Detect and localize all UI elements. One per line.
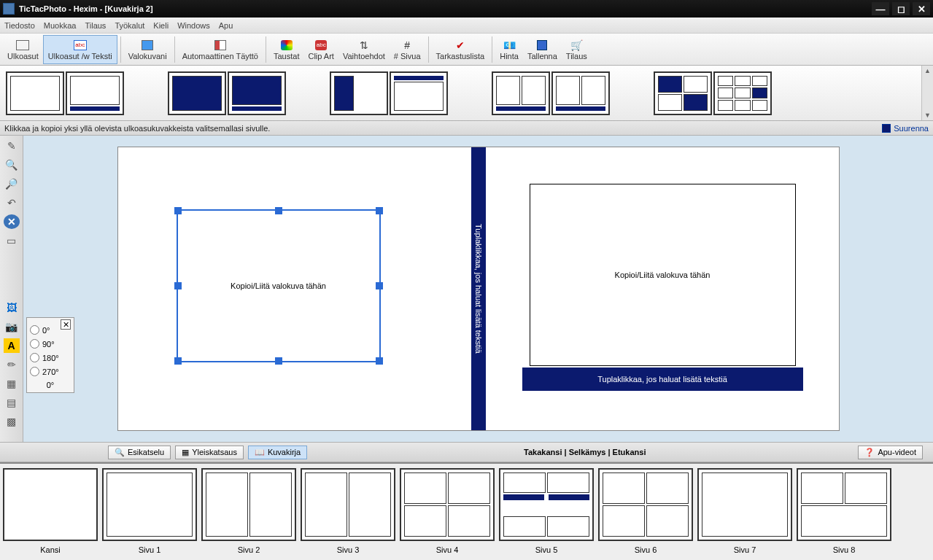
help-icon: ❓ [864,448,875,457]
photobook-button[interactable]: 📖Kuvakirja [248,446,307,459]
image-tool[interactable]: 🖼 [4,300,20,315]
tb-clipart[interactable]: abcClip Art [303,35,338,64]
photos-icon [142,40,153,50]
menubar: Tiedosto Muokkaa Tilaus Työkalut Kieli W… [0,18,933,34]
tb-save[interactable]: Tallenna [523,35,562,64]
menu-tools[interactable]: Työkalut [115,21,144,30]
layout-option-3[interactable] [330,71,448,115]
text-tool[interactable]: A [4,338,20,353]
minimize-button[interactable]: — [872,2,889,15]
pages-row: Kansi Sivu 1 Sivu 2 Sivu 3 Sivu 4 Sivu 5… [0,462,933,560]
clipart-icon: abc [315,40,327,50]
hint-text: Klikkaa ja kopioi yksi yllä olevista ulk… [4,124,270,133]
page-thumb-1[interactable] [102,468,197,541]
titlebar: TicTacPhoto - Hexim - [Kuvakirja 2] — ◻ … [0,0,933,18]
layout-scrollbar[interactable] [921,66,933,120]
menu-language[interactable]: Kieli [153,21,169,30]
layout-option-2[interactable] [168,71,286,115]
select-tool[interactable]: ▭ [4,233,20,248]
tb-autofill[interactable]: Automaattinen Täyttö [178,35,263,64]
book-icon: 📖 [255,448,265,457]
layout-icon [16,40,29,50]
tb-layouts[interactable]: Ulkoasut [3,35,43,64]
tb-layouts-text[interactable]: abcUlkoasut /w Teksti [43,35,117,64]
layout-strip [0,66,933,121]
menu-file[interactable]: Tiedosto [4,21,35,30]
rotation-180[interactable] [30,353,39,362]
pattern-tool[interactable]: ▩ [4,414,20,429]
rotation-close[interactable]: ✕ [61,319,71,330]
page-thumb-5[interactable] [499,468,594,541]
expand-icon [882,124,891,133]
left-toolbar: ✎ 🔍 🔎 ↶ ✕ ▭ 🖼 📷 A ✏ ▦ ▤ ▩ [0,136,23,442]
magnifier-icon: 🔍 [115,448,125,457]
grid-tool[interactable]: ▦ [4,376,20,391]
photo-tool[interactable]: 📷 [4,319,20,334]
price-icon: 💶 [502,39,516,52]
tb-checklist[interactable]: ✔Tarkastuslista [432,35,489,64]
grid-icon: ▦ [182,448,189,457]
spine[interactable]: Tuplaklikkaa, jos haluat lisätä tekstiä [471,147,486,430]
back-cover-page[interactable]: Kopioi/Liitä valokuva tähän [118,147,471,430]
layout-option-5[interactable] [654,71,772,115]
expand-button[interactable]: Suurenna [882,124,929,133]
delete-tool[interactable]: ✕ [4,214,20,229]
zoom-in-tool[interactable]: 🔍 [4,158,20,172]
preview-button[interactable]: 🔍Esikatselu [108,446,171,459]
rotation-90[interactable] [30,339,39,349]
page-thumb-7[interactable] [697,468,792,541]
rotation-panel: ✕ 0° 90° 180° 270° 0° [26,317,74,393]
photo-placeholder-text: Kopioi/Liitä valokuva tähän [231,281,326,290]
bottom-bar: 🔍Esikatselu ▦Yleiskatsaus 📖Kuvakirja Tak… [0,442,933,462]
tb-order[interactable]: 🛒Tilaus [562,35,592,64]
tb-price[interactable]: 💶Hinta [495,35,523,64]
canvas[interactable]: Kopioi/Liitä valokuva tähän Tuplaklikkaa… [23,136,933,442]
page-thumb-6[interactable] [598,468,693,541]
pencil-tool[interactable]: ✏ [4,357,20,372]
front-cover-page[interactable]: Kopioi/Liitä valokuva tähän Tuplaklikkaa… [486,147,839,430]
book-spread: Kopioi/Liitä valokuva tähän Tuplaklikkaa… [117,147,840,431]
close-button[interactable]: ✕ [913,2,930,15]
undo-tool[interactable]: ↶ [4,195,20,210]
tb-options[interactable]: ⇅Vaihtoehdot [338,35,390,64]
layout-option-4[interactable] [492,71,610,115]
save-icon [537,40,547,50]
tb-photos[interactable]: Valokuvani [124,35,171,64]
menu-edit[interactable]: Muokkaa [44,21,77,30]
page-thumb-8[interactable] [797,468,891,541]
toolbar: Ulkoasut abcUlkoasut /w Teksti Valokuvan… [0,34,933,66]
zoom-out-tool[interactable]: 🔎 [4,176,20,191]
photo-frame-back[interactable]: Kopioi/Liitä valokuva tähän [177,209,381,362]
rotation-270[interactable] [30,367,39,376]
layout-text-icon: abc [74,40,87,50]
hint-bar: Klikkaa ja kopioi yksi yllä olevista ulk… [0,121,933,136]
photo-placeholder-text: Kopioi/Liitä valokuva tähän [615,271,711,279]
page-thumb-2[interactable] [201,468,296,541]
menu-windows[interactable]: Windows [177,21,210,30]
text-bar-front[interactable]: Tuplaklikkaa, jos haluat lisätä tekstiä [522,368,803,391]
layout-option-1[interactable] [6,71,124,115]
window-title: TicTacPhoto - Hexim - [Kuvakirja 2] [19,4,872,13]
checklist-icon: ✔ [453,39,468,52]
layers-tool[interactable]: ▤ [4,395,20,410]
maximize-button[interactable]: ◻ [892,2,910,15]
app-icon [3,3,15,15]
page-thumb-3[interactable] [301,468,395,541]
page-indicator: Takakansi | Selkämys | Etukansi [311,448,858,456]
page-thumb-cover[interactable] [3,468,98,541]
editor-area: ✎ 🔍 🔎 ↶ ✕ ▭ 🖼 📷 A ✏ ▦ ▤ ▩ Kopioi/Liitä v… [0,136,933,442]
pages-icon: # [400,39,414,52]
photo-frame-front[interactable]: Kopioi/Liitä valokuva tähän [530,184,796,366]
autofill-icon [214,40,226,50]
help-videos-button[interactable]: ❓Apu-videot [858,446,923,459]
tb-backgrounds[interactable]: Taustat [269,35,303,64]
overview-button[interactable]: ▦Yleiskatsaus [175,446,244,459]
menu-help[interactable]: Apu [219,21,233,30]
brush-tool[interactable]: ✎ [4,139,20,153]
backgrounds-icon [281,40,293,50]
rotation-0[interactable] [30,325,39,335]
rotation-value: 0° [30,381,71,389]
tb-pages[interactable]: ## Sivua [390,35,425,64]
menu-order[interactable]: Tilaus [85,21,106,30]
page-thumb-4[interactable] [400,468,495,541]
